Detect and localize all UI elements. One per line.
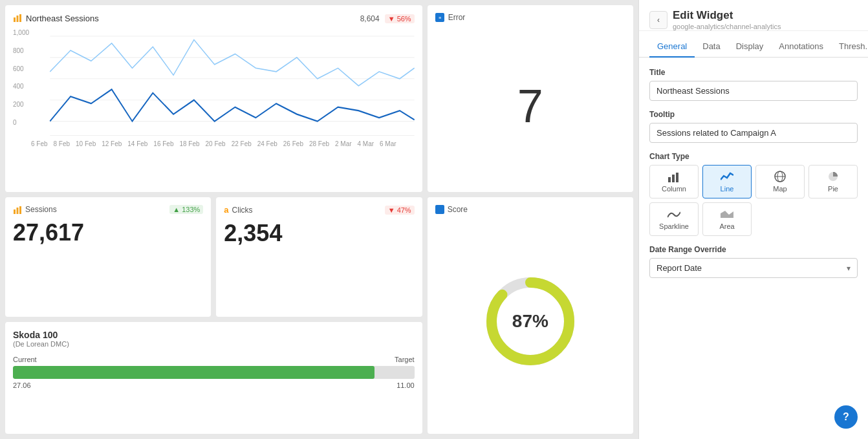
chart-type-area[interactable]: Area <box>702 202 752 236</box>
tooltip-field-label: Tooltip <box>649 110 858 119</box>
sessions-bar-icon <box>13 13 22 24</box>
gauge-values: 27.06 11.00 <box>13 381 415 389</box>
edit-body: Title Tooltip Chart Type Column Line <box>639 58 868 439</box>
gauge-bar <box>13 366 415 379</box>
chart-value: 8,604 <box>360 14 380 23</box>
chart-type-grid-row1: Column Line Map <box>649 165 858 198</box>
column-chart-icon <box>667 171 680 182</box>
help-icon: ? <box>843 411 849 423</box>
sparkline-icon <box>667 208 680 220</box>
title-input[interactable] <box>649 81 858 101</box>
pie-chart-icon <box>827 171 840 182</box>
chart-stats: 8,604 ▼ 56% <box>360 14 415 23</box>
area-chart-icon <box>721 208 733 220</box>
chart-svg <box>13 29 415 139</box>
clicks-widget: a Clicks ▼ 47% 2,354 <box>216 197 422 317</box>
edit-panel-title: Edit Widget <box>673 9 858 22</box>
score-title-area: Score <box>435 205 468 214</box>
pie-label: Pie <box>828 185 838 193</box>
error-icon: ≡ <box>435 13 444 22</box>
gauge-target-val: 11.00 <box>396 381 415 389</box>
back-button[interactable]: ‹ <box>649 11 667 29</box>
sessions-label: Sessions <box>25 205 57 214</box>
help-button[interactable]: ? <box>834 405 858 429</box>
chart-type-grid-row2: Sparkline Area <box>649 202 858 236</box>
area-label: Area <box>719 222 734 230</box>
edit-tabs: General Data Display Annotations Thresh.… <box>639 36 868 58</box>
score-widget: Score 87% <box>428 197 633 434</box>
tab-display[interactable]: Display <box>728 36 772 58</box>
chart-type-pie[interactable]: Pie <box>808 165 858 198</box>
edit-panel-subtitle: google-analytics/channel-analytics <box>673 23 858 30</box>
sessions-badge: ▲ 133% <box>169 205 203 214</box>
clicks-value: 2,354 <box>224 220 414 247</box>
svg-rect-12 <box>17 208 19 214</box>
sparkline-label: Sparkline <box>659 222 689 230</box>
amazon-icon: a <box>224 205 228 215</box>
sessions-name-area: Sessions <box>13 205 57 214</box>
svg-rect-18 <box>672 175 675 182</box>
tab-data[interactable]: Data <box>695 36 728 58</box>
svg-rect-11 <box>14 209 16 214</box>
svg-rect-19 <box>676 173 678 182</box>
sessions-value: 27,617 <box>13 219 203 246</box>
column-label: Column <box>662 185 686 193</box>
gauge-current-label: Current <box>13 356 37 363</box>
svg-rect-13 <box>19 206 21 214</box>
gauge-title: Skoda 100 <box>13 330 415 340</box>
svg-rect-17 <box>668 177 671 182</box>
gauge-target-label: Target <box>395 356 415 363</box>
edit-panel: ‹ Edit Widget google-analytics/channel-a… <box>638 0 868 439</box>
tab-general[interactable]: General <box>649 36 695 58</box>
donut-chart: 87% <box>479 270 582 373</box>
line-chart-icon <box>721 171 733 182</box>
error-label: ≡ Error <box>435 13 625 22</box>
tab-threshold[interactable]: Thresh... <box>831 36 868 58</box>
line-label: Line <box>721 185 734 193</box>
svg-rect-0 <box>14 17 16 22</box>
sessions-icon <box>13 205 22 214</box>
score-label: Score <box>448 205 468 214</box>
x-axis: 6 Feb 8 Feb 10 Feb 12 Feb 14 Feb 16 Feb … <box>13 140 415 147</box>
svg-rect-1 <box>17 16 19 22</box>
edit-title-block: Edit Widget google-analytics/channel-ana… <box>673 9 858 30</box>
score-icon <box>435 205 444 214</box>
clicks-label: Clicks <box>232 206 253 215</box>
clicks-header: a Clicks ▼ 47% <box>224 205 414 215</box>
chart-title: Northeast Sessions <box>26 14 99 23</box>
gauge-widget: Skoda 100 (De Lorean DMC) Current Target… <box>5 322 422 434</box>
gauge-current-target: Current Target <box>13 356 415 363</box>
sessions-widget: Sessions ▲ 133% 27,617 <box>5 197 211 317</box>
tooltip-input[interactable] <box>649 123 858 143</box>
chart-type-label: Chart Type <box>649 152 858 161</box>
chart-header: Northeast Sessions 8,604 ▼ 56% <box>13 13 415 24</box>
gauge-fill <box>13 366 374 379</box>
gauge-subtitle: (De Lorean DMC) <box>13 340 415 348</box>
sessions-header: Sessions ▲ 133% <box>13 205 203 214</box>
date-range-dropdown[interactable]: Report Date ▾ <box>649 258 858 278</box>
chart-type-map[interactable]: Map <box>755 165 805 198</box>
error-value: 7 <box>435 27 625 184</box>
error-widget: ≡ Error 7 <box>428 5 633 192</box>
edit-header: ‹ Edit Widget google-analytics/channel-a… <box>639 0 868 31</box>
dropdown-arrow-icon: ▾ <box>847 264 851 273</box>
chart-type-line[interactable]: Line <box>702 165 752 198</box>
date-range-label: Date Range Override <box>649 245 858 254</box>
tab-annotations[interactable]: Annotations <box>771 36 831 58</box>
svg-rect-2 <box>19 14 21 22</box>
title-field-label: Title <box>649 68 858 77</box>
y-axis: 1,000 800 600 400 200 0 <box>13 29 31 126</box>
back-icon: ‹ <box>657 16 660 25</box>
chart-type-column[interactable]: Column <box>649 165 699 198</box>
chart-canvas: 1,000 800 600 400 200 0 <box>13 29 415 139</box>
chart-title-area: Northeast Sessions <box>13 13 99 24</box>
gauge-current-val: 27.06 <box>13 381 31 389</box>
chart-badge: ▼ 56% <box>385 14 415 23</box>
map-label: Map <box>773 185 787 193</box>
date-range-value: Report Date <box>656 263 702 273</box>
chart-type-sparkline[interactable]: Sparkline <box>649 202 699 236</box>
error-text: Error <box>448 13 466 22</box>
clicks-badge: ▼ 47% <box>385 206 415 215</box>
svg-text:≡: ≡ <box>439 16 441 20</box>
clicks-name-area: a Clicks <box>224 205 252 215</box>
